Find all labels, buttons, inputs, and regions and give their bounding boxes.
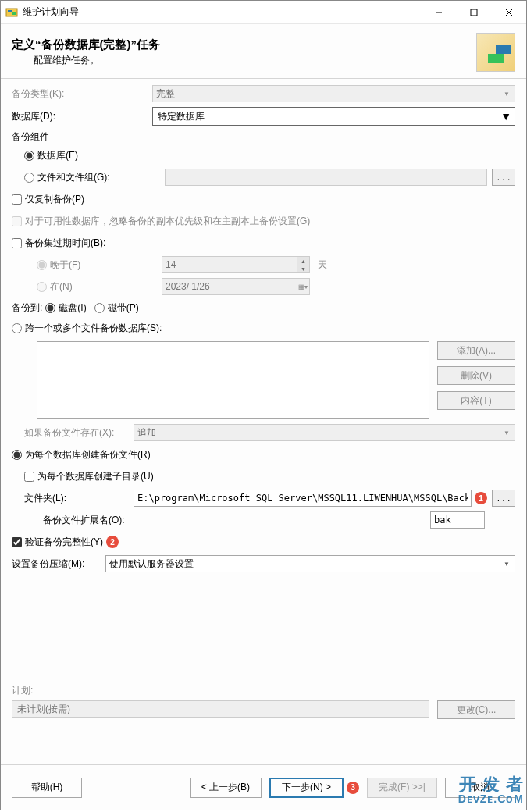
page-title: 定义“备份数据库(完整)”任务 (12, 37, 476, 52)
folder-browse-button[interactable]: . . . (492, 490, 515, 507)
back-button[interactable]: < 上一步(B) (190, 778, 262, 798)
expire-days-spinner: 14 ▲▼ (162, 256, 310, 273)
database-radio[interactable]: 数据库(E) (24, 149, 78, 162)
expire-checkbox[interactable]: 备份集过期时间(B): (12, 237, 105, 250)
expire-after-radio: 晚于(F) (37, 258, 162, 272)
database-select[interactable]: 特定数据库 ▼ (152, 107, 515, 126)
annotation-badge-2: 2 (106, 536, 119, 548)
window-title: 维护计划向导 (23, 5, 421, 19)
calendar-dropdown-icon: ▦▾ (298, 283, 308, 290)
wizard-window: 维护计划向导 定义“备份数据库(完整)”任务 配置维护任务。 备份类型(K): … (0, 0, 527, 810)
add-file-button: 添加(A)... (437, 341, 515, 360)
remove-file-button: 删除(V) (437, 366, 515, 385)
expire-date-picker: 2023/ 1/26 ▦▾ (162, 278, 310, 295)
if-exists-select: 追加 ▼ (134, 424, 515, 441)
compress-label: 设置备份压缩(M): (12, 557, 105, 571)
subdir-checkbox[interactable]: 为每个数据库创建子目录(U) (24, 470, 154, 483)
plan-label: 计划: (12, 684, 515, 697)
wizard-footer: 帮助(H) < 上一步(B) 下一步(N) > 3 完成(F) >>| 取消 (1, 764, 526, 810)
files-radio[interactable]: 文件和文件组(G): (24, 171, 165, 184)
chevron-down-icon: ▼ (504, 91, 510, 98)
availability-checkbox: 对于可用性数据库，忽略备份的副本优先级和在主副本上备份设置(G) (12, 215, 310, 228)
backup-type-select: 完整 ▼ (152, 85, 515, 102)
cancel-button[interactable]: 取消 (445, 778, 515, 798)
chevron-down-icon: ▼ (500, 110, 511, 123)
spin-up-icon: ▲ (297, 257, 309, 265)
database-label: 数据库(D): (12, 110, 152, 123)
ext-input[interactable] (430, 511, 485, 529)
next-button[interactable]: 下一步(N) > (269, 778, 344, 798)
close-button[interactable] (491, 1, 526, 23)
change-plan-button: 更改(C)... (437, 700, 515, 719)
copy-only-checkbox[interactable]: 仅复制备份(P) (12, 193, 84, 206)
annotation-badge-1: 1 (475, 492, 487, 504)
help-button[interactable]: 帮助(H) (12, 778, 82, 798)
header-icon (476, 33, 515, 72)
per-db-file-radio[interactable]: 为每个数据库创建备份文件(R) (12, 448, 151, 461)
ext-label: 备份文件扩展名(O): (24, 514, 430, 527)
svg-rect-2 (12, 12, 16, 15)
wizard-header: 定义“备份数据库(完整)”任务 配置维护任务。 (1, 24, 526, 79)
backup-to-label: 备份到: (12, 301, 42, 315)
components-title: 备份组件 (12, 130, 515, 144)
tape-radio[interactable]: 磁带(P) (94, 301, 139, 315)
if-exists-label: 如果备份文件存在(X): (24, 426, 134, 440)
svg-rect-4 (471, 9, 477, 16)
chevron-down-icon: ▼ (504, 561, 510, 568)
page-subtitle: 配置维护任务。 (34, 54, 476, 67)
disk-radio[interactable]: 磁盘(I) (45, 301, 86, 315)
files-listbox (37, 341, 429, 419)
expire-on-radio: 在(N) (37, 280, 162, 294)
folder-label: 文件夹(L): (24, 492, 134, 505)
compress-select[interactable]: 使用默认服务器设置 ▼ (105, 555, 515, 572)
files-text (165, 169, 487, 186)
titlebar: 维护计划向导 (1, 1, 526, 24)
verify-checkbox[interactable]: 验证备份完整性(Y) (12, 536, 103, 549)
files-browse-button: . . . (492, 169, 515, 186)
chevron-down-icon: ▼ (504, 429, 510, 436)
app-icon (5, 6, 18, 19)
svg-rect-1 (8, 10, 12, 12)
span-files-radio[interactable]: 跨一个或多个文件备份数据库(S): (12, 322, 162, 335)
content-button: 内容(T) (437, 391, 515, 410)
finish-button: 完成(F) >>| (367, 778, 437, 798)
folder-input[interactable] (134, 490, 472, 507)
minimize-button[interactable] (421, 1, 456, 23)
content-area: 备份类型(K): 完整 ▼ 数据库(D): 特定数据库 ▼ 备份组件 数据库(E… (1, 79, 526, 727)
plan-value: 未计划(按需) (12, 700, 429, 718)
maximize-button[interactable] (456, 1, 491, 23)
annotation-badge-3: 3 (347, 782, 359, 794)
backup-type-label: 备份类型(K): (12, 87, 152, 101)
spin-down-icon: ▼ (297, 265, 309, 272)
